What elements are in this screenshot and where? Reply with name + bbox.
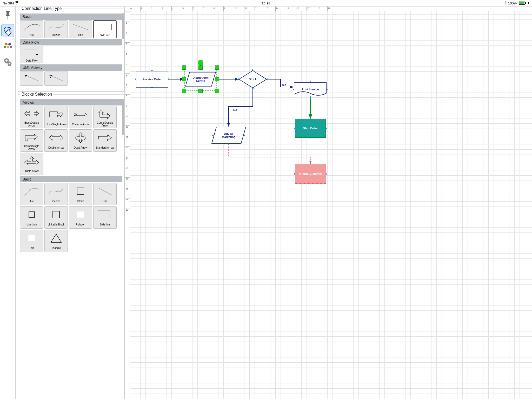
side-panels: Connection Line Type Basic Arc Bezier Li…	[16, 6, 125, 399]
block-triple-arrow[interactable]: Triple Arrow	[20, 153, 43, 175]
block-line[interactable]: Line	[93, 183, 117, 205]
ruler-horizontal: 012345678910111213141516171819	[130, 6, 532, 11]
svg-point-4	[8, 43, 11, 45]
svg-rect-2	[5, 30, 11, 36]
connection-panel: Connection Line Type Basic Arc Bezier Li…	[18, 9, 124, 92]
bluetooth-icon	[504, 1, 507, 5]
node-inform-customer[interactable]: Inform Customer	[295, 164, 326, 184]
shapes-tool[interactable]	[1, 24, 14, 37]
conn-item-bezier[interactable]: Bezier	[44, 20, 68, 38]
svg-line-14	[98, 188, 112, 195]
connection-scrollbar[interactable]	[122, 13, 124, 39]
node-stock[interactable]: Stock	[238, 70, 267, 88]
svg-point-9	[9, 63, 10, 64]
block-blocksingle-arrow[interactable]: BlockSingle Arrow	[44, 106, 68, 128]
block-linejoin[interactable]: Line Join	[20, 206, 43, 229]
blocks-panel: Blocks Selection Arrows BlockDouble Arro…	[18, 94, 124, 397]
svg-rect-17	[77, 211, 84, 218]
svg-point-6	[7, 46, 9, 48]
conn-section-uml: UML Activity	[20, 64, 122, 71]
status-bar: No SIM 10:28 100%	[0, 0, 532, 6]
canvas[interactable]: 012345678910111213141516171819 012345678…	[125, 6, 532, 399]
app-frame: Connection Line Type Basic Arc Bezier Li…	[0, 6, 532, 399]
blocks-section-basic: Basic	[20, 176, 122, 182]
left-toolbar	[0, 6, 16, 399]
blocks-scrollbar[interactable]	[122, 99, 124, 135]
conn-item-uml-1[interactable]	[20, 71, 43, 86]
block-cornerdouble-arrow[interactable]: CornerDouble Arrow	[93, 106, 117, 128]
block-block[interactable]: Block	[69, 183, 92, 205]
node-print-invoice[interactable]: Print Invoice	[294, 82, 327, 97]
ruler-vertical: 012345678910111213141516171819	[125, 11, 130, 399]
edge-label-no: No	[233, 108, 237, 111]
node-ship-order[interactable]: Ship Order	[295, 119, 326, 138]
charging-icon	[527, 1, 529, 5]
block-text[interactable]: Text	[20, 230, 43, 252]
block-double-arrow[interactable]: Double Arrow	[44, 129, 68, 152]
node-distribution-centre[interactable]: Distribution Centre	[184, 68, 217, 91]
battery-pct: 100%	[508, 1, 517, 5]
svg-rect-13	[77, 188, 84, 195]
battery-icon	[518, 2, 526, 5]
block-standard-arrow[interactable]: Standard Arrow	[93, 129, 117, 152]
blocks-section-arrows: Arrows	[20, 99, 122, 105]
block-quad-arrow[interactable]: Quad Arrow	[69, 129, 92, 152]
svg-rect-1	[8, 16, 8, 19]
block-blockdouble-arrow[interactable]: BlockDouble Arrow	[20, 106, 43, 128]
svg-rect-16	[53, 211, 59, 218]
svg-rect-15	[29, 212, 35, 217]
conn-item-dataflow[interactable]: Data Flow	[20, 46, 43, 63]
svg-rect-18	[28, 235, 35, 241]
settings-tool[interactable]	[1, 55, 14, 68]
block-cornersingle-arrow[interactable]: CornerSingle Arrow	[20, 129, 43, 152]
conn-section-dataflow: Data Flow	[20, 39, 122, 45]
colors-tool[interactable]	[1, 40, 14, 53]
pin-tool[interactable]	[1, 9, 14, 22]
conn-item-uml-2[interactable]	[44, 71, 68, 86]
svg-point-5	[4, 46, 6, 48]
conn-item-sideline[interactable]: Side line	[93, 20, 117, 38]
conn-section-basic: Basic	[20, 14, 122, 20]
svg-line-10	[73, 24, 88, 30]
svg-line-11	[25, 75, 38, 81]
svg-line-12	[50, 75, 63, 81]
block-polygon[interactable]: Polygon	[69, 206, 92, 229]
start-node[interactable]	[198, 60, 203, 65]
block-arc[interactable]: Arc	[20, 183, 43, 205]
wifi-icon	[15, 1, 19, 5]
svg-point-0	[17, 3, 17, 4]
sim-status: No SIM	[3, 1, 14, 5]
clock: 10:28	[178, 1, 354, 5]
svg-point-7	[10, 46, 12, 48]
block-sideline[interactable]: Side line	[93, 206, 117, 229]
node-receive-order[interactable]: Receive Order	[136, 71, 168, 88]
block-bezier[interactable]: Bezier	[44, 183, 68, 205]
svg-point-8	[5, 59, 8, 62]
block-linkableblock[interactable]: Linkable Block	[44, 206, 68, 229]
conn-item-line[interactable]: Line	[69, 20, 92, 38]
block-triangle[interactable]: Triangle	[44, 230, 68, 252]
edge-label-yes: Yes	[281, 83, 286, 87]
node-advise-marketing[interactable]: Advise Marketing	[211, 127, 246, 144]
svg-point-3	[5, 43, 8, 45]
block-chevron-arrow[interactable]: Chevron Arrow	[69, 106, 92, 128]
conn-item-arc[interactable]: Arc	[20, 20, 43, 38]
